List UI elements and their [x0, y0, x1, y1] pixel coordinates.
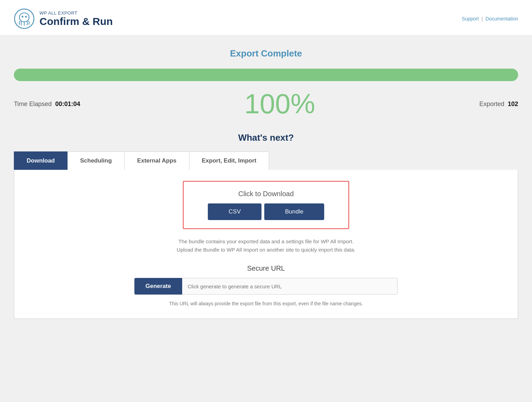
- header-left: WP ALL EXPORT Confirm & Run: [14, 8, 113, 29]
- header-titles: WP ALL EXPORT Confirm & Run: [39, 10, 113, 27]
- bundle-description-line2: Upload the Bundle to WP All Import on an…: [177, 247, 355, 253]
- main-content: Export Complete Time Elapsed 00:01:04 10…: [14, 36, 518, 331]
- stats-row: Time Elapsed 00:01:04 100% Exported 102: [14, 88, 518, 120]
- generate-button[interactable]: Generate: [134, 278, 182, 295]
- support-link[interactable]: Support: [462, 16, 479, 21]
- percent-display: 100%: [244, 88, 315, 120]
- export-complete-title: Export Complete: [14, 48, 518, 59]
- tab-download[interactable]: Download: [14, 151, 68, 170]
- bundle-description-line1: The bundle contains your exported data a…: [178, 238, 354, 244]
- svg-point-2: [22, 16, 24, 18]
- time-elapsed-label: Time Elapsed: [14, 101, 52, 107]
- svg-point-1: [19, 13, 29, 22]
- secure-url-input[interactable]: [182, 278, 398, 295]
- bundle-download-button[interactable]: Bundle: [264, 203, 324, 220]
- secure-url-note: This URL will always provide the export …: [141, 300, 391, 307]
- app-subtitle: WP ALL EXPORT: [39, 10, 113, 16]
- documentation-link[interactable]: Documentation: [486, 16, 518, 21]
- time-elapsed-value: 00:01:04: [55, 101, 80, 107]
- tab-content-area: Click to Download CSV Bundle The bundle …: [14, 170, 518, 319]
- whats-next-title: What's next?: [14, 132, 518, 143]
- time-elapsed-stat: Time Elapsed 00:01:04: [14, 101, 80, 108]
- exported-value: 102: [508, 101, 518, 107]
- bundle-description: The bundle contains your exported data a…: [141, 237, 391, 254]
- tabs-container: Download Scheduling External Apps Export…: [14, 151, 518, 170]
- tab-scheduling[interactable]: Scheduling: [68, 151, 125, 170]
- progress-bar-container: [14, 69, 518, 81]
- header-links: Support | Documentation: [462, 16, 518, 21]
- secure-url-row: Generate: [134, 278, 398, 295]
- exported-stat: Exported 102: [479, 101, 518, 108]
- link-separator: |: [481, 16, 483, 21]
- secure-url-title: Secure URL: [25, 264, 507, 272]
- click-to-download-label: Click to Download: [192, 190, 340, 198]
- tab-external-apps[interactable]: External Apps: [125, 151, 189, 170]
- progress-bar-fill: [14, 69, 518, 81]
- exported-label: Exported: [479, 101, 504, 107]
- app-logo: [14, 8, 35, 29]
- page-title: Confirm & Run: [39, 16, 113, 27]
- tab-export-edit-import[interactable]: Export, Edit, Import: [189, 151, 269, 170]
- page-header: WP ALL EXPORT Confirm & Run Support | Do…: [0, 0, 532, 36]
- csv-download-button[interactable]: CSV: [208, 203, 261, 220]
- download-buttons: CSV Bundle: [192, 203, 340, 220]
- click-to-download-box: Click to Download CSV Bundle: [183, 181, 349, 229]
- svg-point-3: [25, 16, 27, 18]
